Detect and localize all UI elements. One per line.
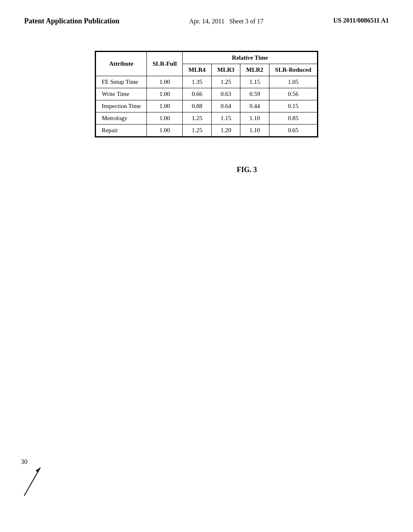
figure-label: FIG. 3 xyxy=(0,166,413,174)
cell-row1-col0: Write Time xyxy=(96,88,147,100)
cell-row3-col0: Metrology xyxy=(96,112,147,124)
cell-row0-col4: 1.15 xyxy=(240,76,269,88)
cell-row3-col4: 1.10 xyxy=(240,112,269,124)
col-mlr2-header: MLR2 xyxy=(240,64,269,76)
table-row: Write Time1.000.660.630.590.56 xyxy=(96,88,317,100)
table-row: Repair1.001.251.201.100.65 xyxy=(96,124,317,136)
patent-publication-title: Patent Application Publication xyxy=(24,17,119,25)
cell-row4-col2: 1.25 xyxy=(183,124,212,136)
col-slr-full-header: SLR-Full xyxy=(147,52,183,76)
cell-row1-col5: 0.56 xyxy=(269,88,317,100)
cell-row0-col2: 1.35 xyxy=(183,76,212,88)
cell-row4-col5: 0.65 xyxy=(269,124,317,136)
cell-row1-col4: 0.59 xyxy=(240,88,269,100)
cell-row2-col4: 0.44 xyxy=(240,100,269,112)
cell-row0-col5: 1.05 xyxy=(269,76,317,88)
cell-row3-col3: 1.15 xyxy=(211,112,240,124)
page-header: Patent Application Publication Apr. 14, … xyxy=(0,0,413,35)
header-left: Patent Application Publication xyxy=(24,16,119,26)
col-mlr3-header: MLR3 xyxy=(211,64,240,76)
col-attribute-header: Attribute xyxy=(96,52,147,76)
cell-row2-col0: Inspection Time xyxy=(96,100,147,112)
patent-number: US 2011/0086511 A1 xyxy=(333,17,389,24)
header-right: US 2011/0086511 A1 xyxy=(333,16,389,25)
cell-row1-col2: 0.66 xyxy=(183,88,212,100)
table-row: FE Setup Time1.001.351.251.151.05 xyxy=(96,76,317,88)
cell-row2-col3: 0.64 xyxy=(211,100,240,112)
main-content: Attribute SLR-Full Relative Time MLR4 ML… xyxy=(0,35,413,154)
cell-row4-col1: 1.00 xyxy=(147,124,183,136)
cell-row2-col2: 0.88 xyxy=(183,100,212,112)
cell-row3-col2: 1.25 xyxy=(183,112,212,124)
cell-row0-col0: FE Setup Time xyxy=(96,76,147,88)
table-row: Metrology1.001.251.151.100.85 xyxy=(96,112,317,124)
relative-time-header: Relative Time xyxy=(183,52,317,64)
cell-row3-col1: 1.00 xyxy=(147,112,183,124)
cell-row3-col5: 0.85 xyxy=(269,112,317,124)
cell-row2-col5: 0.15 xyxy=(269,100,317,112)
sheet-info: Sheet 3 of 17 xyxy=(229,18,263,25)
cell-row4-col3: 1.20 xyxy=(211,124,240,136)
data-table-container: Attribute SLR-Full Relative Time MLR4 ML… xyxy=(95,51,318,137)
col-slr-reduced-header: SLR-Reduced xyxy=(269,64,317,76)
cell-row2-col1: 1.00 xyxy=(147,100,183,112)
cell-row1-col1: 1.00 xyxy=(147,88,183,100)
cell-row4-col4: 1.10 xyxy=(240,124,269,136)
svg-marker-1 xyxy=(35,468,40,472)
cell-row0-col1: 1.00 xyxy=(147,76,183,88)
cell-row0-col3: 1.25 xyxy=(211,76,240,88)
cell-row4-col0: Repair xyxy=(96,124,147,136)
header-center: Apr. 14, 2011 Sheet 3 of 17 xyxy=(189,16,263,27)
cell-row1-col3: 0.63 xyxy=(211,88,240,100)
col-mlr4-header: MLR4 xyxy=(183,64,212,76)
data-table: Attribute SLR-Full Relative Time MLR4 ML… xyxy=(96,52,317,137)
arrow-diagram xyxy=(16,459,48,500)
publication-date: Apr. 14, 2011 xyxy=(189,18,224,25)
table-row: Inspection Time1.000.880.640.440.15 xyxy=(96,100,317,112)
